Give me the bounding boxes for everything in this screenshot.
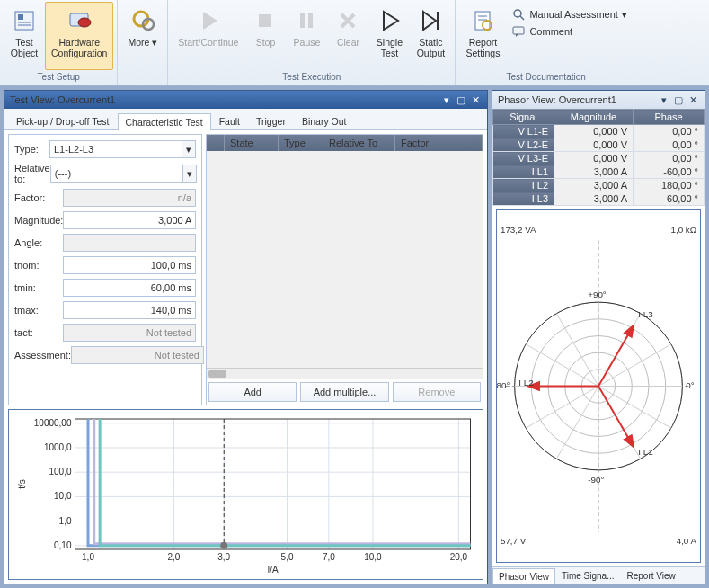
- tab-binary-out[interactable]: Binary Out: [294, 112, 355, 129]
- dropdown-icon[interactable]: ▾: [440, 94, 453, 106]
- characteristic-chart[interactable]: 1,02,03,05,07,010,020,00,101,010,0100,01…: [8, 409, 483, 580]
- svg-line-71: [526, 387, 598, 429]
- chevron-down-icon[interactable]: ▾: [182, 165, 197, 183]
- grid-body[interactable]: [207, 151, 483, 368]
- svg-text:57,7  V: 57,7 V: [501, 536, 527, 546]
- svg-line-22: [520, 16, 524, 20]
- ribbon: TestObject HardwareConfiguration Test Se…: [0, 0, 709, 86]
- static-output-button[interactable]: StaticOutput: [410, 2, 451, 70]
- assessment-field: [71, 346, 204, 364]
- svg-line-68: [556, 314, 598, 387]
- test-object-button[interactable]: TestObject: [4, 2, 45, 70]
- test-view-pane: Test View: Overcurrent1 ▾ ▢ ✕ Pick-up / …: [4, 90, 488, 584]
- phasor-table: SignalMagnitudePhase V L1-E0,000 V0,00 °…: [492, 109, 705, 206]
- svg-text:10000,00: 10000,00: [34, 418, 72, 428]
- remove-button[interactable]: Remove: [393, 382, 481, 402]
- svg-text:I L2: I L2: [518, 379, 533, 388]
- start-button[interactable]: Start/Continue: [172, 2, 244, 70]
- svg-rect-9: [259, 14, 271, 27]
- tab-report-view[interactable]: Report View: [621, 567, 682, 584]
- tmin-field[interactable]: [63, 279, 196, 297]
- pane-title: Test View: Overcurrent1: [10, 94, 439, 105]
- svg-text:2,0: 2,0: [167, 552, 180, 562]
- stop-button[interactable]: Stop: [244, 2, 286, 70]
- table-row: V L2-E0,000 V0,00 °: [493, 138, 705, 152]
- pause-icon: [292, 6, 321, 35]
- svg-text:I L1: I L1: [638, 447, 652, 457]
- svg-text:180°: 180°: [497, 380, 510, 390]
- pane-title: Phasor View: Overcurrent1: [498, 94, 656, 105]
- clear-button[interactable]: Clear: [327, 2, 368, 70]
- add-button[interactable]: Add: [208, 382, 297, 402]
- phasor-tabs: Phasor View Time Signa... Report View: [492, 566, 705, 584]
- pin-icon[interactable]: ▢: [455, 94, 467, 106]
- svg-text:1,0: 1,0: [59, 516, 72, 526]
- more-button[interactable]: More ▾: [121, 2, 164, 70]
- svg-line-81: [598, 387, 633, 446]
- report-settings-button[interactable]: ReportSettings: [459, 2, 506, 70]
- tab-phasor-view[interactable]: Phasor View: [492, 568, 555, 584]
- table-row: V L3-E0,000 V0,00 °: [493, 152, 705, 165]
- play-icon: [194, 6, 223, 35]
- tab-trigger[interactable]: Trigger: [248, 112, 294, 129]
- close-icon[interactable]: ✕: [687, 94, 699, 106]
- test-view-tabs: Pick-up / Drop-off Test Characteristic T…: [4, 109, 487, 130]
- svg-line-65: [598, 344, 671, 387]
- add-multiple-button[interactable]: Add multiple...: [300, 382, 388, 402]
- group-label: Test Documentation: [506, 70, 585, 84]
- test-object-icon: [10, 6, 39, 35]
- tnom-field[interactable]: [63, 256, 196, 274]
- tab-pickup[interactable]: Pick-up / Drop-off Test: [8, 112, 118, 129]
- tab-time-signal[interactable]: Time Signa...: [555, 567, 621, 584]
- svg-text:1,0 kΩ: 1,0 kΩ: [670, 226, 696, 236]
- manual-assessment-button[interactable]: Manual Assessment ▾: [511, 7, 626, 22]
- horizontal-scrollbar[interactable]: [207, 368, 483, 379]
- relative-select[interactable]: [50, 165, 182, 183]
- svg-marker-24: [516, 34, 518, 37]
- test-view-titlebar: Test View: Overcurrent1 ▾ ▢ ✕: [4, 91, 487, 109]
- table-row: I L23,000 A180,00 °: [493, 179, 705, 192]
- svg-point-40: [220, 542, 227, 549]
- svg-text:7,0: 7,0: [323, 552, 335, 562]
- svg-line-75: [598, 387, 671, 429]
- hardware-config-button[interactable]: HardwareConfiguration: [45, 2, 113, 70]
- svg-text:0,10: 0,10: [54, 540, 72, 550]
- tab-fault[interactable]: Fault: [211, 112, 248, 129]
- single-test-button[interactable]: SingleTest: [368, 2, 410, 70]
- svg-marker-15: [423, 12, 436, 30]
- report-icon: [468, 6, 497, 35]
- svg-text:t/s: t/s: [17, 479, 27, 489]
- svg-rect-1: [18, 14, 23, 20]
- svg-rect-23: [513, 27, 524, 34]
- dropdown-icon[interactable]: ▾: [658, 94, 670, 106]
- close-icon[interactable]: ✕: [469, 94, 482, 106]
- tmax-field[interactable]: [63, 301, 196, 319]
- svg-text:3,0: 3,0: [217, 552, 230, 562]
- svg-marker-8: [203, 12, 217, 30]
- svg-line-85: [598, 326, 633, 386]
- table-row: I L33,000 A60,00 °: [493, 192, 705, 206]
- gear-icon: [129, 6, 157, 35]
- table-row: I L13,000 A-60,00 °: [493, 165, 705, 179]
- svg-text:173,2  VA: 173,2 VA: [501, 226, 536, 236]
- tab-characteristic[interactable]: Characteristic Test: [118, 113, 211, 130]
- type-select[interactable]: [49, 140, 182, 158]
- svg-rect-16: [437, 12, 439, 30]
- magnitude-field[interactable]: [63, 211, 196, 229]
- svg-marker-14: [384, 12, 398, 30]
- svg-line-72: [556, 387, 598, 459]
- svg-text:-90°: -90°: [588, 475, 604, 485]
- group-label: Test Execution: [282, 70, 341, 84]
- label: HardwareConfiguration: [51, 37, 107, 58]
- phasor-diagram[interactable]: +90°-90°180°0°I L1I L2I L3173,2 VA1,0 kΩ…: [496, 209, 701, 563]
- svg-point-21: [514, 10, 521, 17]
- svg-text:+90°: +90°: [588, 290, 607, 299]
- stop-icon: [251, 6, 279, 35]
- chevron-down-icon: ▾: [622, 9, 627, 21]
- pause-button[interactable]: Pause: [286, 2, 327, 70]
- svg-text:10,0: 10,0: [364, 552, 382, 562]
- comment-button[interactable]: Comment: [511, 24, 626, 39]
- pin-icon[interactable]: ▢: [672, 94, 685, 106]
- chevron-down-icon[interactable]: ▾: [182, 140, 196, 158]
- hardware-config-icon: [65, 6, 93, 35]
